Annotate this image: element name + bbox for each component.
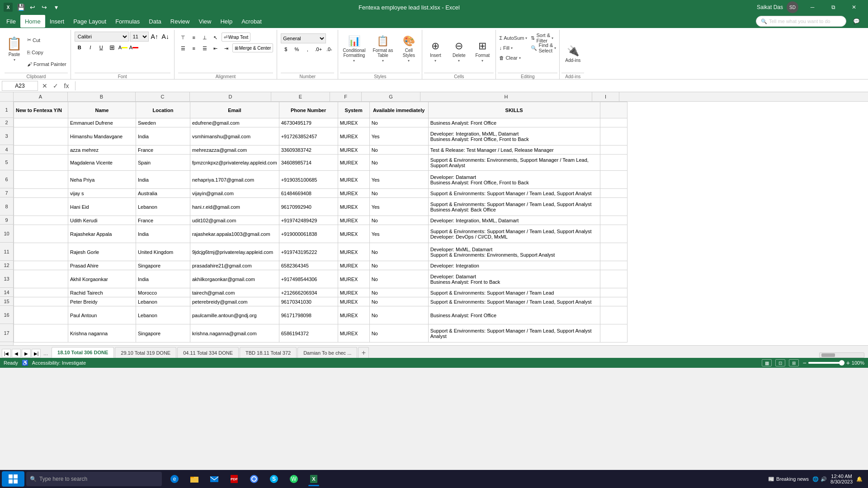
confirm-formula-button[interactable]: ✓ (51, 81, 61, 91)
cell-g16[interactable]: No (369, 306, 428, 324)
notification-button[interactable]: 🔔 (856, 476, 863, 482)
align-bottom-button[interactable]: ⊥ (200, 33, 210, 42)
cell-i4[interactable] (600, 145, 627, 155)
cell-i9[interactable] (600, 216, 627, 225)
cell-b4[interactable]: azza mehrez (68, 145, 136, 155)
cell-c6[interactable]: India (136, 171, 190, 189)
fill-color-button[interactable]: A (118, 42, 128, 52)
cell-e4[interactable]: 33609383742 (279, 145, 338, 155)
align-top-button[interactable]: ⊤ (178, 33, 188, 42)
cell-d12[interactable]: prasadahire21@gmail.com (190, 261, 279, 270)
cell-d8[interactable]: hani.r.eid@gmail.com (190, 198, 279, 216)
row-num-7[interactable]: 7 (0, 188, 13, 197)
font-color-button[interactable]: A (129, 42, 139, 52)
cell-e3[interactable]: +917263852457 (279, 127, 338, 145)
underline-button[interactable]: U (96, 42, 106, 52)
row-num-16[interactable]: 16 (0, 306, 13, 324)
cell-b2[interactable]: Emmanuel Dufrene (68, 118, 136, 127)
close-button[interactable]: ✕ (844, 0, 864, 14)
cell-i5[interactable] (600, 155, 627, 171)
merge-center-button[interactable]: ⊞ Merge & Center (232, 43, 274, 52)
start-button[interactable] (2, 471, 24, 487)
row-num-9[interactable]: 9 (0, 216, 13, 225)
redo-button[interactable]: ↪ (39, 2, 50, 13)
cell-c10[interactable]: India (136, 225, 190, 243)
restore-button[interactable]: ⧉ (823, 0, 844, 14)
taskbar-app-skype[interactable]: S (265, 471, 283, 487)
cell-d15[interactable]: peterebreidy@gmail.com (190, 297, 279, 306)
increase-font-size-button[interactable]: A↑ (150, 32, 160, 42)
cell-e9[interactable]: +919742489429 (279, 216, 338, 225)
cell-g11[interactable]: No (369, 243, 428, 261)
menu-view[interactable]: View (194, 15, 216, 28)
cell-a3[interactable] (14, 127, 68, 145)
italic-button[interactable]: I (85, 42, 95, 52)
sheet-tab-4[interactable]: TBD 18.11 Total 372 (240, 347, 297, 358)
cell-f8[interactable]: MUREX (338, 198, 369, 216)
cell-h3[interactable]: Developer: Integration, MxML, DatamartBu… (428, 127, 600, 145)
cell-h16[interactable]: Business Analyst: Front Office (428, 306, 600, 324)
cell-d10[interactable]: rajashekar.appala1003@gmail.com (190, 225, 279, 243)
cell-h5[interactable]: Support & Environments: Environments, Su… (428, 155, 600, 171)
cell-d6[interactable]: nehapriya.1707@gmail.com (190, 171, 279, 189)
cell-g2[interactable]: No (369, 118, 428, 127)
cell-i11[interactable] (600, 243, 627, 261)
cell-a2[interactable] (14, 118, 68, 127)
cell-b6[interactable]: Neha Priya (68, 171, 136, 189)
cell-c16[interactable]: Lebanon (136, 306, 190, 324)
col-header-h[interactable]: H (420, 92, 592, 101)
cell-c11[interactable]: United Kingdom (136, 243, 190, 261)
cell-a5[interactable] (14, 155, 68, 171)
row-num-17[interactable]: 17 (0, 324, 13, 342)
cell-c7[interactable]: Australia (136, 189, 190, 198)
page-break-view-button[interactable]: ⊞ (789, 359, 799, 366)
cell-f12[interactable]: MUREX (338, 261, 369, 270)
cell-e7[interactable]: 61484669408 (279, 189, 338, 198)
cell-i14[interactable] (600, 288, 627, 297)
customize-qat-button[interactable]: ▾ (51, 2, 61, 13)
cell-e2[interactable]: 46730495179 (279, 118, 338, 127)
cell-f17[interactable]: MUREX (338, 324, 369, 343)
taskbar-app-pdf[interactable]: PDF (225, 471, 243, 487)
row-num-12[interactable]: 12 (0, 261, 13, 270)
cell-e1[interactable]: Phone Number (279, 102, 338, 118)
cell-e13[interactable]: +917498544306 (279, 270, 338, 288)
news-widget[interactable]: 📰 Breaking news (768, 476, 809, 482)
cell-h6[interactable]: Developer: DatamartBusiness Analyst: Fro… (428, 171, 600, 189)
insert-function-button[interactable]: fx (61, 81, 71, 91)
cell-c2[interactable]: Sweden (136, 118, 190, 127)
taskbar-search[interactable]: 🔍 Type here to search (26, 472, 162, 486)
row-num-15[interactable]: 15 (0, 297, 13, 306)
sheet-tab-3[interactable]: 04.11 Total 334 DONE (177, 347, 239, 358)
taskbar-app-excel[interactable]: X (305, 471, 323, 487)
decrease-font-size-button[interactable]: A↓ (160, 32, 170, 42)
cell-e14[interactable]: +212666206934 (279, 288, 338, 297)
comments-button[interactable]: 💬 (850, 15, 863, 28)
cell-g8[interactable]: Yes (369, 198, 428, 216)
cell-a7[interactable] (14, 189, 68, 198)
row-num-6[interactable]: 6 (0, 170, 13, 188)
taskbar-app-mail[interactable] (205, 471, 223, 487)
grid[interactable]: New to Fentexa Y/N Name Location Email P… (14, 102, 868, 345)
menu-page-layout[interactable]: Page Layout (69, 15, 111, 28)
menu-home[interactable]: Home (20, 15, 45, 28)
cell-f15[interactable]: MUREX (338, 297, 369, 306)
addins-button[interactable]: 🔌 Add-ins (561, 33, 584, 64)
menu-file[interactable]: File (2, 15, 20, 28)
cell-e8[interactable]: 96170992940 (279, 198, 338, 216)
bold-button[interactable]: B (75, 42, 85, 52)
cell-a13[interactable] (14, 270, 68, 288)
cell-e5[interactable]: 34608985714 (279, 155, 338, 171)
normal-view-button[interactable]: ▦ (762, 359, 772, 366)
cell-e15[interactable]: 96170341030 (279, 297, 338, 306)
cell-f9[interactable]: MUREX (338, 216, 369, 225)
cancel-formula-button[interactable]: ✕ (40, 81, 50, 91)
cell-c9[interactable]: France (136, 216, 190, 225)
cell-b14[interactable]: Rachid Tairech (68, 288, 136, 297)
cell-h2[interactable]: Business Analyst: Front Office (428, 118, 600, 127)
cell-a1[interactable]: New to Fentexa Y/N (14, 102, 68, 118)
cut-button[interactable]: ✂ Cut (26, 36, 68, 45)
cell-g4[interactable]: No (369, 145, 428, 155)
cell-g5[interactable]: No (369, 155, 428, 171)
cell-i7[interactable] (600, 189, 627, 198)
